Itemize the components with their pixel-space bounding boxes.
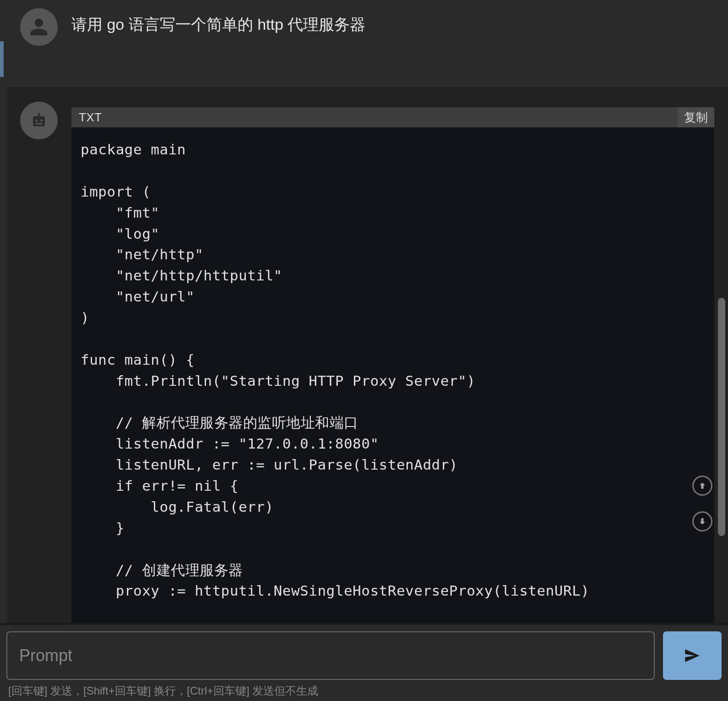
- svg-point-2: [35, 119, 38, 121]
- user-message-text: 请用 go 语言写一个简单的 http 代理服务器: [71, 14, 714, 36]
- prompt-box[interactable]: [6, 631, 655, 680]
- svg-rect-0: [33, 116, 45, 126]
- composer-hints: [回车键] 发送，[Shift+回车键] 换行，[Ctrl+回车键] 发送但不生…: [6, 680, 722, 698]
- code-language-label: TXT: [79, 110, 102, 125]
- svg-rect-4: [36, 123, 43, 125]
- scroll-down-button[interactable]: [692, 511, 712, 531]
- assistant-message-row: TXT 复制 package main import ( "fmt" "log"…: [7, 88, 728, 623]
- floating-scroll-buttons: [692, 476, 712, 531]
- svg-point-3: [40, 119, 43, 121]
- svg-rect-1: [38, 113, 40, 116]
- scroll-up-button[interactable]: [692, 476, 712, 496]
- user-message-row: 请用 go 语言写一个简单的 http 代理服务器: [7, 0, 728, 88]
- code-block: TXT 复制 package main import ( "fmt" "log"…: [71, 107, 714, 623]
- send-button[interactable]: [663, 631, 722, 680]
- send-icon: [683, 646, 702, 665]
- composer-row: [6, 631, 722, 680]
- composer: [回车键] 发送，[Shift+回车键] 换行，[Ctrl+回车键] 发送但不生…: [0, 623, 728, 701]
- arrow-down-icon: [698, 517, 707, 526]
- user-message-content: 请用 go 语言写一个简单的 http 代理服务器: [71, 8, 714, 36]
- chat-area: 请用 go 语言写一个简单的 http 代理服务器: [0, 0, 728, 623]
- user-icon: [29, 17, 49, 37]
- scrollbar-track[interactable]: [717, 0, 726, 623]
- assistant-message-content: TXT 复制 package main import ( "fmt" "log"…: [71, 102, 714, 623]
- robot-icon: [29, 110, 49, 131]
- user-avatar: [20, 8, 58, 46]
- assistant-avatar: [20, 102, 58, 139]
- app-root: 请用 go 语言写一个简单的 http 代理服务器: [0, 0, 728, 701]
- scrollbar-thumb[interactable]: [718, 298, 725, 536]
- arrow-up-icon: [698, 481, 707, 490]
- code-content[interactable]: package main import ( "fmt" "log" "net/h…: [71, 127, 714, 623]
- prompt-input[interactable]: [19, 646, 642, 665]
- messages-list: 请用 go 语言写一个简单的 http 代理服务器: [0, 0, 728, 623]
- code-block-header: TXT 复制: [71, 107, 714, 127]
- copy-code-button[interactable]: 复制: [678, 107, 714, 127]
